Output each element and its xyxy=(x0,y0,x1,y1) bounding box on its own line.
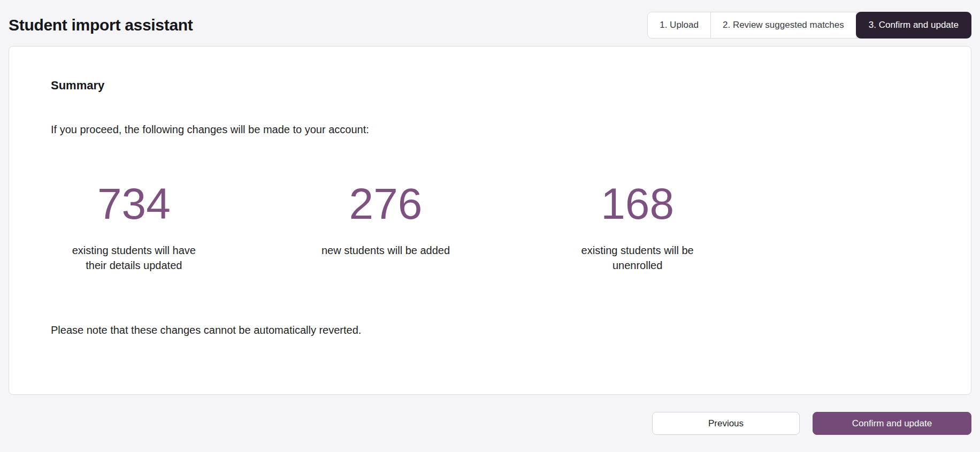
summary-card: Summary If you proceed, the following ch… xyxy=(9,46,971,395)
stat-updated-value: 734 xyxy=(97,182,171,226)
stat-updated-label: existing students will have their detail… xyxy=(64,243,203,273)
header: Student import assistant 1. Upload 2. Re… xyxy=(9,9,971,46)
stat-added: 276 new students will be added xyxy=(260,182,512,273)
intro-text: If you proceed, the following changes wi… xyxy=(51,124,929,136)
note-text: Please note that these changes cannot be… xyxy=(51,324,929,336)
summary-heading: Summary xyxy=(51,79,929,93)
stat-unenrolled: 168 existing students will be unenrolled xyxy=(511,182,763,273)
previous-button[interactable]: Previous xyxy=(652,412,800,435)
stat-added-label: new students will be added xyxy=(321,243,450,258)
stat-unenrolled-label: existing students will be unenrolled xyxy=(568,243,707,273)
step-tab-confirm-update[interactable]: 3. Confirm and update xyxy=(856,12,971,39)
step-tab-review-matches[interactable]: 2. Review suggested matches xyxy=(711,12,856,38)
stat-unenrolled-value: 168 xyxy=(601,182,674,226)
stats-row: 734 existing students will have their de… xyxy=(8,182,763,273)
stat-added-value: 276 xyxy=(349,182,423,226)
step-tabs: 1. Upload 2. Review suggested matches 3.… xyxy=(647,12,971,39)
step-tab-upload[interactable]: 1. Upload xyxy=(648,12,711,38)
confirm-and-update-button[interactable]: Confirm and update xyxy=(813,412,971,435)
page-title: Student import assistant xyxy=(9,16,193,34)
stat-updated: 734 existing students will have their de… xyxy=(8,182,260,273)
footer-actions: Previous Confirm and update xyxy=(9,412,971,435)
